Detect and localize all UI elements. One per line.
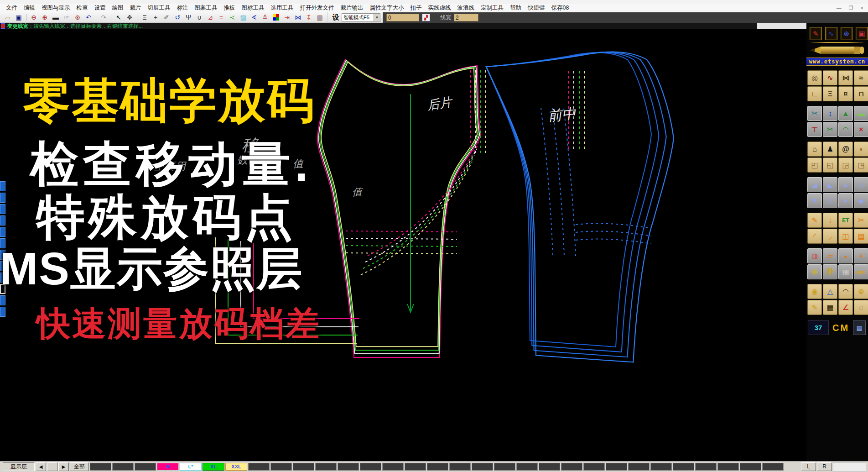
- wrench-ball-icon[interactable]: ⊚: [854, 284, 868, 299]
- double-dart-icon[interactable]: ▲: [838, 177, 853, 192]
- chevron-down-icon[interactable]: ▼: [374, 14, 380, 21]
- plus-shape-icon[interactable]: +: [854, 248, 868, 263]
- et-ruler-icon[interactable]: ET: [838, 213, 853, 228]
- layer-next-button[interactable]: ▶: [58, 462, 69, 471]
- layer-strip-cell[interactable]: [0, 227, 5, 237]
- menu-item[interactable]: 快捷键: [525, 4, 548, 12]
- curve-graph-icon[interactable]: ∟: [807, 86, 822, 101]
- menu-item[interactable]: 扣子: [407, 4, 425, 12]
- marker-pen-icon[interactable]: ✎: [807, 213, 822, 228]
- layer-strip-cell[interactable]: [0, 193, 5, 203]
- export-box-icon[interactable]: ↓: [823, 213, 837, 228]
- pattern-hat-icon[interactable]: ▣: [856, 27, 868, 40]
- piece-fold-icon[interactable]: ◱: [823, 157, 837, 173]
- size-button-XL[interactable]: XL: [203, 463, 224, 471]
- rotate-icon[interactable]: ↺: [172, 13, 182, 22]
- piece-pair-icon[interactable]: ◲: [838, 157, 853, 173]
- needle-icon[interactable]: ♦: [838, 193, 853, 208]
- line-width-input[interactable]: [454, 14, 478, 21]
- website-banner[interactable]: www.etsystem.cn: [806, 58, 868, 66]
- mountain-notch-icon[interactable]: ▲: [838, 106, 853, 121]
- hatch-box-icon[interactable]: ▤: [854, 229, 868, 244]
- undo-icon[interactable]: ↶: [83, 13, 94, 22]
- move-tool-icon[interactable]: ✥: [125, 13, 135, 22]
- menu-item[interactable]: 图标工具: [239, 4, 268, 12]
- hatch-icon[interactable]: ▨: [238, 13, 248, 22]
- wave-curve-icon[interactable]: ≈: [854, 70, 868, 85]
- menu-item[interactable]: 文件: [3, 4, 21, 12]
- calculator-icon[interactable]: ▦: [853, 320, 866, 335]
- calc-ruler-icon[interactable]: ▦: [823, 300, 837, 315]
- snap-arrow-icon[interactable]: ⇥: [282, 13, 292, 22]
- curve-ruler-icon[interactable]: ◠: [838, 284, 853, 299]
- select-cursor-icon[interactable]: ↖: [114, 13, 124, 22]
- box-3d-icon[interactable]: ◫: [838, 229, 853, 244]
- cut-x-icon[interactable]: ✂: [854, 213, 868, 228]
- trapezoid-icon[interactable]: ▱: [823, 248, 837, 263]
- settings-button[interactable]: 设: [333, 13, 339, 22]
- trident-icon[interactable]: Ψ: [183, 13, 193, 22]
- edit-point-icon[interactable]: Ξ: [140, 13, 150, 22]
- menu-item[interactable]: 绘图: [109, 4, 127, 12]
- tape-measure-icon[interactable]: ◉: [807, 284, 822, 299]
- seam-bar-icon[interactable]: ▬: [854, 106, 868, 121]
- angle-points-icon[interactable]: ∠: [838, 300, 853, 315]
- size-button-M[interactable]: M: [157, 463, 179, 471]
- perpendicular-icon[interactable]: ⊿: [205, 13, 215, 22]
- dart-down-icon[interactable]: ▼: [807, 193, 822, 208]
- menu-item[interactable]: 属性文字大小: [367, 4, 407, 12]
- right-piece-button[interactable]: R: [817, 462, 832, 471]
- stamp-icon[interactable]: ≙: [260, 13, 270, 22]
- notch-shape-icon[interactable]: ⊓: [854, 86, 868, 101]
- layer-strip-cell[interactable]: [0, 204, 5, 214]
- piece-outline-icon[interactable]: ◳: [854, 157, 868, 173]
- add-point-icon[interactable]: +: [151, 13, 161, 22]
- abc-text-icon[interactable]: abc: [854, 264, 868, 279]
- open-file-icon[interactable]: ▱: [3, 13, 13, 22]
- wave-cut-icon[interactable]: ◠: [838, 122, 853, 137]
- scissors-icon[interactable]: ✂: [807, 106, 822, 121]
- menu-item[interactable]: 打开外发文件: [297, 4, 338, 12]
- layer-slider-thumb[interactable]: [47, 462, 57, 471]
- save-icon[interactable]: ▣: [14, 13, 24, 22]
- move-updown-icon[interactable]: ↕: [823, 106, 837, 121]
- cap-blob-icon[interactable]: ◍: [807, 248, 822, 263]
- menu-item[interactable]: 波浪线: [454, 4, 478, 12]
- menu-item[interactable]: 视图与显示: [38, 4, 73, 12]
- menu-item[interactable]: 标注: [174, 4, 192, 12]
- angle-icon[interactable]: ∢: [249, 13, 259, 22]
- corner-curve-icon[interactable]: ◜: [807, 229, 822, 244]
- layer-prev-button[interactable]: ◀: [36, 462, 46, 471]
- close-button[interactable]: ×: [861, 4, 863, 12]
- numeric-input[interactable]: [386, 14, 419, 21]
- pleat-box-icon[interactable]: ◣: [823, 177, 837, 192]
- pattern-canvas[interactable]: 后片 前中 移 主要用 数 值 值 零基础学放码 检查移动量. 特殊放码点 MS…: [0, 29, 806, 461]
- clamp-tool-icon[interactable]: ⋈: [838, 70, 853, 85]
- redo-icon[interactable]: ↷: [99, 13, 109, 22]
- smooth-curve-icon[interactable]: ≺: [227, 13, 237, 22]
- menu-item[interactable]: 定制工具: [478, 4, 507, 12]
- sewing-machine-icon[interactable]: ⌂: [807, 142, 822, 157]
- zoom-out-icon[interactable]: ⊖: [29, 13, 39, 22]
- fabric-tag-icon[interactable]: 朴: [823, 264, 837, 279]
- hardware-set-icon[interactable]: ⊕: [807, 264, 822, 279]
- layer-strip-cell[interactable]: [0, 215, 5, 226]
- dart-open-icon[interactable]: ▽: [823, 193, 837, 208]
- menu-item[interactable]: 检查: [73, 4, 91, 12]
- menu-item[interactable]: 帮助: [507, 4, 525, 12]
- parallel-lines-icon[interactable]: =: [216, 13, 226, 22]
- outline-blob-icon[interactable]: ◌: [854, 300, 868, 315]
- fit-screen-icon[interactable]: ▬: [51, 13, 61, 22]
- menu-item[interactable]: 编辑: [21, 4, 38, 12]
- grab-box-icon[interactable]: ▥: [315, 13, 325, 22]
- compass-balls-icon[interactable]: ⊛: [841, 27, 853, 40]
- dotted-curve-icon[interactable]: ∿: [823, 70, 837, 85]
- red-marker-icon[interactable]: ✎: [810, 27, 822, 40]
- plumb-bob-icon[interactable]: ♟: [823, 142, 837, 157]
- pattern-blob-icon[interactable]: ◗: [854, 142, 868, 157]
- show-all-button[interactable]: 全部: [70, 462, 89, 471]
- layer-strip-cell[interactable]: [0, 295, 5, 305]
- cut-sheet-icon[interactable]: ✂: [823, 122, 837, 137]
- stitch-clamp-icon[interactable]: ¤: [838, 86, 853, 101]
- menu-item[interactable]: 切展工具: [145, 4, 174, 12]
